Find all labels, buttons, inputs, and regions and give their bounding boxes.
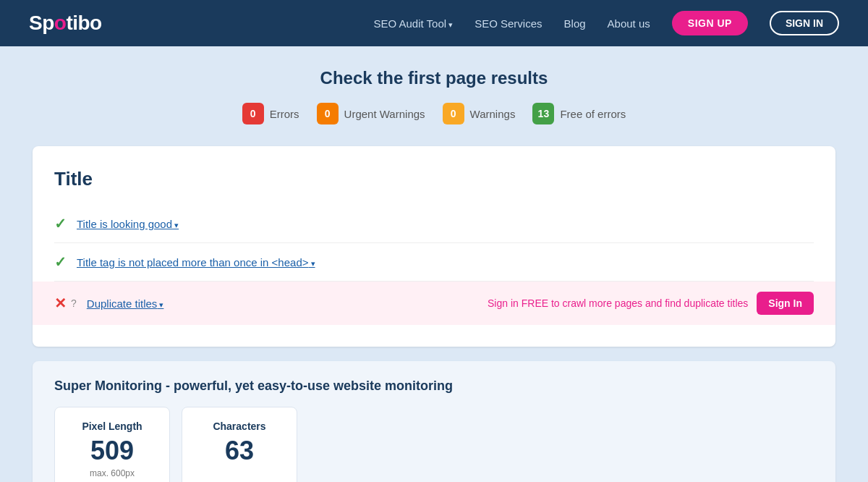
metric-pixel-sub: max. 600px — [77, 468, 148, 478]
check-question-mark: ? — [71, 297, 77, 309]
label-urgent-warnings: Urgent Warnings — [344, 108, 425, 120]
metric-pixel-label: Pixel Length — [77, 420, 148, 432]
check-row-title-good: ✓ Title is looking good — [54, 205, 814, 243]
duplicate-signin-button[interactable]: Sign In — [757, 292, 814, 315]
check-link-duplicate-titles[interactable]: Duplicate titles — [87, 297, 164, 310]
score-warnings: 0 Warnings — [443, 103, 516, 124]
signup-button[interactable]: SIGN UP — [672, 11, 748, 35]
subtitle-title: Super Monitoring - powerful, yet easy-to… — [54, 379, 814, 394]
page-title: Check the first page results — [33, 68, 835, 88]
metric-pixel-value: 509 — [77, 438, 148, 464]
check-err-icon: ✕ — [54, 295, 67, 312]
badge-free-of-errors: 13 — [532, 103, 554, 124]
duplicate-promo-text: Sign in FREE to crawl more pages and fin… — [488, 297, 748, 309]
check-link-title-once[interactable]: Title tag is not placed more than once i… — [77, 256, 315, 269]
nav-about-us[interactable]: About us — [608, 17, 650, 30]
score-urgent-warnings: 0 Urgent Warnings — [317, 103, 425, 124]
check-ok-icon-2: ✓ — [54, 253, 67, 271]
metric-pixel-length: Pixel Length 509 max. 600px — [54, 407, 170, 482]
main-content: Check the first page results 0 Errors 0 … — [18, 46, 850, 482]
label-errors: Errors — [270, 108, 299, 120]
score-bar: 0 Errors 0 Urgent Warnings 0 Warnings 13… — [33, 103, 835, 124]
metrics-row: Pixel Length 509 max. 600px Characters 6… — [54, 407, 814, 482]
signin-button[interactable]: SIGN IN — [770, 11, 839, 35]
site-logo: Spotibo — [29, 12, 102, 35]
site-header: Spotibo SEO Audit Tool SEO Services Blog… — [0, 0, 868, 46]
score-free-of-errors: 13 Free of errors — [532, 103, 626, 124]
metric-characters: Characters 63 — [182, 407, 297, 482]
section-title: Title — [54, 168, 814, 190]
subtitle-card: Super Monitoring - powerful, yet easy-to… — [33, 361, 835, 482]
badge-urgent-warnings: 0 — [317, 103, 339, 124]
nav-seo-audit-tool[interactable]: SEO Audit Tool — [373, 17, 453, 30]
label-free-of-errors: Free of errors — [560, 108, 626, 120]
nav-seo-services[interactable]: SEO Services — [475, 17, 542, 30]
duplicate-promo: Sign in FREE to crawl more pages and fin… — [488, 292, 814, 315]
score-errors: 0 Errors — [242, 103, 299, 124]
metric-char-value: 63 — [204, 438, 275, 464]
check-link-title-good[interactable]: Title is looking good — [77, 218, 179, 230]
logo-accent: o — [54, 12, 67, 34]
check-row-title-once: ✓ Title tag is not placed more than once… — [54, 243, 814, 282]
metric-char-label: Characters — [204, 420, 275, 432]
badge-warnings: 0 — [443, 103, 464, 124]
main-nav: SEO Audit Tool SEO Services Blog About u… — [373, 11, 839, 35]
nav-blog[interactable]: Blog — [564, 17, 586, 30]
title-card: Title ✓ Title is looking good ✓ Title ta… — [33, 146, 835, 347]
badge-errors: 0 — [242, 103, 264, 124]
check-ok-icon-1: ✓ — [54, 215, 67, 232]
label-warnings: Warnings — [470, 108, 516, 120]
check-row-duplicate-titles: ✕ ? Duplicate titles Sign in FREE to cra… — [33, 282, 835, 325]
